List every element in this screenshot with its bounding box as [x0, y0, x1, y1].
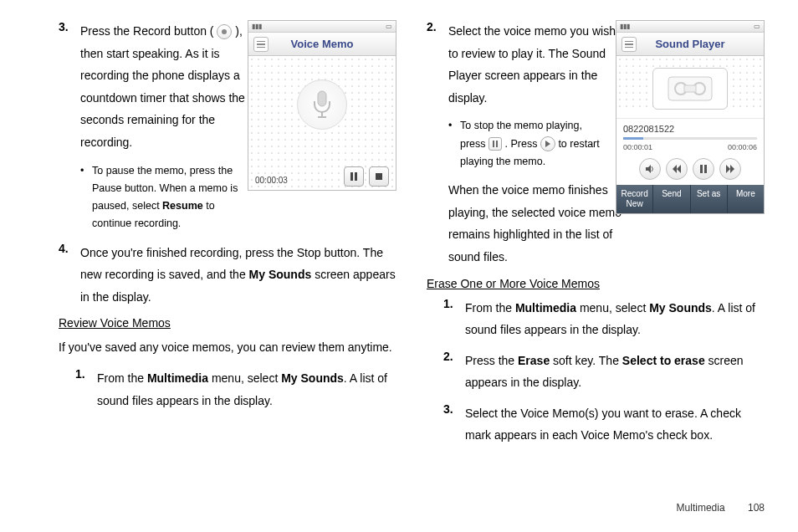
svg-point-0 [222, 29, 227, 34]
volume-button[interactable] [639, 158, 661, 180]
erase-step-1: 1. From the Multimedia menu, select My S… [443, 297, 765, 341]
page-footer: Multimedia 108 [677, 502, 765, 514]
review-step-1: 1. From the Multimedia menu, select My S… [75, 367, 396, 412]
text-bold: Select to erase [622, 354, 705, 367]
recording-time: 00:00:03 [255, 176, 288, 185]
microphone-icon [297, 79, 347, 130]
step-number: 4. [59, 242, 80, 309]
text: soft key. The [550, 354, 622, 367]
time-total: 00:00:06 [728, 143, 757, 151]
sound-player-body: 0822081522 00:00:01 00:00:06 Record New … [616, 56, 764, 213]
step-3-bullet: • To pause the memo, press the Pause but… [80, 162, 239, 233]
svg-marker-15 [673, 165, 677, 173]
text-bold: Multimedia [147, 371, 208, 385]
step-4-body: Once you're finished recording, press th… [80, 242, 396, 309]
softkey-more[interactable]: More [728, 185, 764, 213]
battery-icon: ▭ [386, 23, 392, 30]
phone-title-bar: Voice Memo [248, 33, 396, 56]
text-bold: Erase [518, 354, 550, 367]
left-column: 3. Press the Record button ( ), then sta… [59, 20, 396, 455]
review-step-1-body: From the Multimedia menu, select My Soun… [97, 367, 396, 412]
footer-page: 108 [748, 502, 765, 514]
text: Press the Record button ( [80, 24, 214, 38]
progress-bar[interactable] [623, 137, 757, 140]
prev-button[interactable] [666, 158, 688, 180]
phone-voice-memo: ▮▮▮ ▭ Voice Memo 00:00:03 [248, 20, 396, 191]
svg-rect-18 [704, 165, 707, 173]
time-display: 00:00:01 00:00:06 [616, 141, 764, 155]
bullet-body: To pause the memo, press the Pause butto… [92, 162, 239, 233]
text: Press the [465, 354, 518, 367]
text-bold: Resume [162, 200, 203, 212]
text: ), then start speaking. As it is recordi… [80, 24, 245, 149]
softkey-send[interactable]: Send [653, 185, 690, 213]
svg-marker-19 [726, 165, 730, 173]
heading-erase: Erase One or More Voice Memos [427, 277, 765, 290]
review-step-2-body: Select the voice memo you wish to review… [448, 20, 624, 109]
status-bar: ▮▮▮ ▭ [616, 21, 764, 33]
text: menu, select [576, 301, 649, 315]
footer-section: Multimedia [677, 502, 725, 514]
svg-rect-7 [493, 141, 494, 147]
erase-step-2: 2. Press the Erase soft key. The Select … [443, 350, 765, 394]
text: From the [465, 301, 515, 315]
pause-button[interactable] [344, 166, 364, 187]
phone-title-bar: Sound Player [616, 33, 764, 56]
sound-filename: 0822081522 [616, 118, 764, 136]
step-4: 4. Once you're finished recording, press… [59, 242, 396, 309]
phone-title: Voice Memo [291, 38, 354, 50]
svg-marker-20 [730, 165, 734, 173]
signal-icon: ▮▮▮ [252, 23, 262, 30]
voice-memo-body: 00:00:03 [248, 56, 396, 190]
stop-button[interactable] [369, 166, 389, 187]
step-number: 2. [427, 20, 448, 109]
battery-icon: ▭ [754, 23, 760, 30]
erase-step-3-body: Select the Voice Memo(s) you want to era… [465, 402, 765, 447]
step-number: 3. [59, 20, 80, 154]
step-number: 1. [443, 297, 465, 341]
svg-rect-6 [376, 173, 382, 180]
softkey-record-new[interactable]: Record New [616, 185, 653, 213]
text: When the voice memo finishes playing, th… [448, 179, 624, 268]
status-bar: ▮▮▮ ▭ [248, 21, 396, 33]
soft-keys: Record New Send Set as More [616, 185, 764, 213]
svg-rect-4 [350, 172, 353, 181]
right-column: 2. Select the voice memo you wish to rev… [427, 20, 765, 455]
svg-rect-17 [700, 165, 703, 173]
svg-rect-5 [355, 172, 357, 181]
cassette-icon [652, 68, 728, 110]
record-icon [217, 24, 232, 39]
erase-step-2-body: Press the Erase soft key. The Select to … [465, 350, 765, 394]
bullet-dot: • [80, 162, 92, 233]
menu-icon[interactable] [622, 37, 637, 52]
bullet-body: To stop the memo playing, press . Press … [460, 117, 607, 171]
bullet-dot: • [448, 117, 460, 171]
text-bold: My Sounds [649, 301, 712, 315]
erase-step-1-body: From the Multimedia menu, select My Soun… [465, 297, 765, 341]
pause-icon [489, 137, 502, 151]
phone-sound-player: ▮▮▮ ▭ Sound Player [616, 20, 765, 214]
step-number: 2. [443, 350, 465, 394]
svg-marker-9 [545, 141, 550, 147]
text: From the [97, 371, 147, 385]
review-intro: If you've saved any voice memos, you can… [59, 336, 396, 359]
player-controls [616, 155, 764, 185]
play-icon [540, 136, 555, 151]
signal-icon: ▮▮▮ [620, 23, 630, 30]
review-step-2-bullet: • To stop the memo playing, press . Pres… [448, 117, 607, 171]
step-number: 1. [75, 367, 97, 412]
svg-rect-13 [684, 85, 696, 92]
phone-title: Sound Player [655, 38, 724, 50]
menu-icon[interactable] [253, 37, 269, 52]
svg-marker-16 [677, 165, 681, 173]
text: menu, select [208, 371, 281, 385]
next-button[interactable] [719, 158, 741, 180]
pause-button[interactable] [693, 158, 714, 180]
text-bold: Multimedia [515, 301, 576, 315]
softkey-set-as[interactable]: Set as [691, 185, 728, 213]
step-number: 3. [443, 402, 465, 447]
svg-marker-14 [646, 165, 651, 173]
text-bold: My Sounds [281, 371, 344, 385]
step-3-body: Press the Record button ( ), then start … [80, 20, 256, 154]
time-elapsed: 00:00:01 [623, 143, 652, 151]
